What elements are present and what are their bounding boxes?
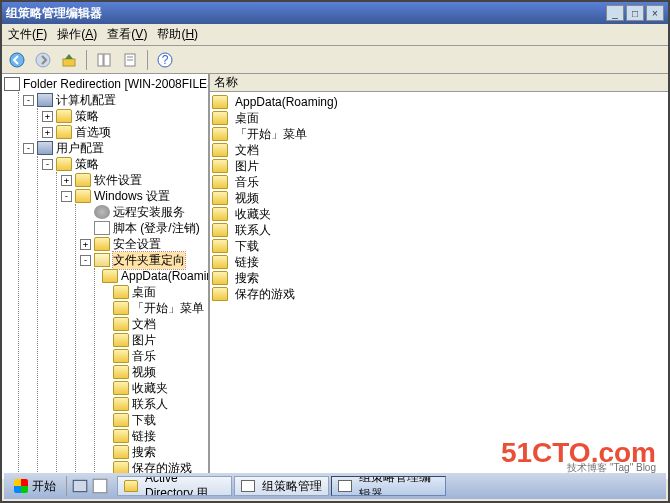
tree-node[interactable]: AppData(Roaming) (99, 268, 208, 284)
tree-node[interactable]: 收藏夹 (99, 380, 208, 396)
list-item-label: 图片 (235, 158, 259, 175)
svg-point-1 (36, 53, 50, 67)
toolbar-separator (86, 50, 87, 70)
folder-icon (113, 397, 129, 411)
list-item-label: 收藏夹 (235, 206, 271, 223)
collapse-icon[interactable]: - (61, 191, 72, 202)
list-item[interactable]: 图片 (212, 158, 666, 174)
maximize-button[interactable]: □ (626, 5, 644, 21)
tree-node[interactable]: 远程安装服务 (80, 204, 208, 220)
list-item-label: 联系人 (235, 222, 271, 239)
menu-help[interactable]: 帮助(H) (157, 26, 198, 43)
tree-node[interactable]: 脚本 (登录/注销) (80, 220, 208, 236)
body-area: Folder Redirection [WIN-2008FILES...-计算机… (2, 74, 668, 479)
list-rows[interactable]: AppData(Roaming)桌面「开始」菜单文档图片音乐视频收藏夹联系人下载… (210, 92, 668, 479)
collapse-icon[interactable]: - (23, 95, 34, 106)
tree-pane[interactable]: Folder Redirection [WIN-2008FILES...-计算机… (2, 74, 210, 479)
tree-node[interactable]: -计算机配置 (23, 92, 208, 108)
list-item[interactable]: 链接 (212, 254, 666, 270)
list-item-label: 文档 (235, 142, 259, 159)
minimize-button[interactable]: _ (606, 5, 624, 21)
folder-open (94, 253, 110, 267)
list-item[interactable]: 视频 (212, 190, 666, 206)
folder-icon (124, 480, 138, 492)
list-item[interactable]: 收藏夹 (212, 206, 666, 222)
forward-button[interactable] (32, 49, 54, 71)
tree-label: Folder Redirection [WIN-2008FILES... (23, 77, 210, 91)
back-button[interactable] (6, 49, 28, 71)
folder-icon (113, 445, 129, 459)
tree-label: 联系人 (132, 396, 168, 413)
tree-node[interactable]: 音乐 (99, 348, 208, 364)
list-item[interactable]: AppData(Roaming) (212, 94, 666, 110)
close-button[interactable]: × (646, 5, 664, 21)
list-item[interactable]: 搜索 (212, 270, 666, 286)
menu-action[interactable]: 操作(A) (57, 26, 97, 43)
tree-node[interactable]: 联系人 (99, 396, 208, 412)
folder-icon (113, 285, 129, 299)
tree-node[interactable]: -文件夹重定向 (80, 252, 208, 268)
menu-view[interactable]: 查看(V) (107, 26, 147, 43)
collapse-icon[interactable]: - (42, 159, 53, 170)
taskbar-button[interactable]: 组策略管理 (234, 476, 329, 496)
expand-icon[interactable]: + (42, 127, 53, 138)
tree-node[interactable]: +首选项 (42, 124, 208, 140)
list-item[interactable]: 桌面 (212, 110, 666, 126)
list-column-header[interactable]: 名称 (210, 74, 668, 92)
tree-label: 软件设置 (94, 172, 142, 189)
taskbar-button[interactable]: Active Directory 用... (117, 476, 232, 496)
tree-node[interactable]: 「开始」菜单 (99, 300, 208, 316)
tree-node[interactable]: -用户配置 (23, 140, 208, 156)
quick-launch-icon[interactable] (91, 477, 109, 495)
expand-icon[interactable]: + (42, 111, 53, 122)
list-item-label: 桌面 (235, 110, 259, 127)
taskbar: 开始 Active Directory 用...组策略管理组策略管理编辑器 (4, 473, 666, 499)
list-item[interactable]: 音乐 (212, 174, 666, 190)
taskbar-button[interactable]: 组策略管理编辑器 (331, 476, 446, 496)
windows-flag-icon (14, 479, 28, 493)
tree-node[interactable]: 搜索 (99, 444, 208, 460)
tree-node[interactable]: +软件设置 (61, 172, 208, 188)
list-item-label: 「开始」菜单 (235, 126, 307, 143)
up-button[interactable] (58, 49, 80, 71)
tree-label: 计算机配置 (56, 92, 116, 109)
tree-node[interactable]: 链接 (99, 428, 208, 444)
list-item[interactable]: 联系人 (212, 222, 666, 238)
collapse-icon[interactable]: - (80, 255, 91, 266)
expand-icon[interactable]: + (80, 239, 91, 250)
tree-view-button[interactable] (93, 49, 115, 71)
help-button[interactable]: ? (154, 49, 176, 71)
tree-node[interactable]: 视频 (99, 364, 208, 380)
folder-icon (212, 223, 228, 237)
tree-node[interactable]: 图片 (99, 332, 208, 348)
folder-icon (113, 381, 129, 395)
tree-node[interactable]: +安全设置 (80, 236, 208, 252)
properties-button[interactable] (119, 49, 141, 71)
window-title: 组策略管理编辑器 (6, 5, 604, 22)
list-item[interactable]: 下载 (212, 238, 666, 254)
collapse-icon[interactable]: - (23, 143, 34, 154)
tree-node[interactable]: 桌面 (99, 284, 208, 300)
tree-label: 策略 (75, 108, 99, 125)
tree-node[interactable]: -Windows 设置 (61, 188, 208, 204)
tree-node[interactable]: -策略 (42, 156, 208, 172)
quick-launch-icon[interactable] (71, 477, 89, 495)
expand-icon[interactable]: + (61, 175, 72, 186)
folder-icon (113, 429, 129, 443)
tree-root-node[interactable]: Folder Redirection [WIN-2008FILES... (4, 76, 208, 92)
list-item[interactable]: 「开始」菜单 (212, 126, 666, 142)
start-button[interactable]: 开始 (8, 476, 62, 497)
tree-label: 脚本 (登录/注销) (113, 220, 200, 237)
tree-label: 远程安装服务 (113, 204, 185, 221)
comp-icon (37, 93, 53, 107)
folder-icon (212, 287, 228, 301)
tree-node[interactable]: 文档 (99, 316, 208, 332)
folder-icon (212, 111, 228, 125)
tree-node[interactable]: 下载 (99, 412, 208, 428)
tree-label: 文件夹重定向 (113, 252, 185, 269)
menu-file[interactable]: 文件(F) (8, 26, 47, 43)
list-item[interactable]: 文档 (212, 142, 666, 158)
tree-label: 下载 (132, 412, 156, 429)
list-item[interactable]: 保存的游戏 (212, 286, 666, 302)
tree-node[interactable]: +策略 (42, 108, 208, 124)
